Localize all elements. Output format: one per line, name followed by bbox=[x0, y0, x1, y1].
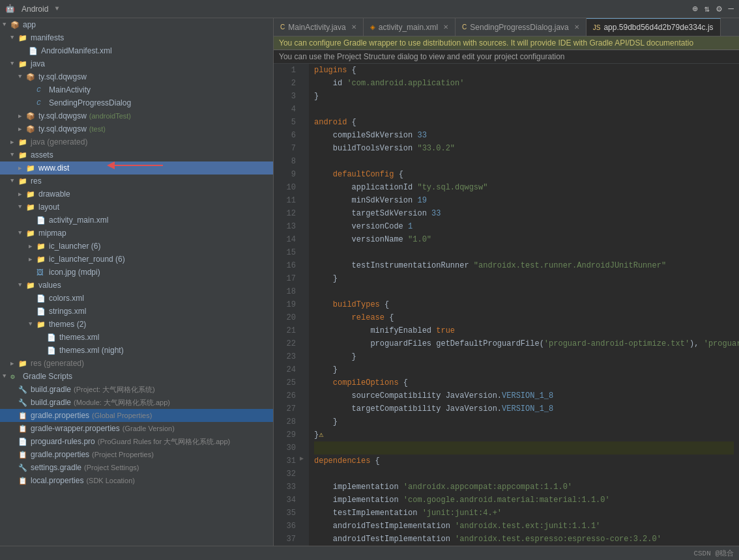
expand-icon-drawable[interactable]: ▶ bbox=[18, 191, 26, 198]
tree-item-gradle-scripts[interactable]: ▼ ⚙ Gradle Scripts bbox=[0, 370, 273, 383]
tree-label-res-generated: res (generated) bbox=[31, 359, 84, 368]
tree-item-androidtest[interactable]: ▶ 📦 ty.sql.dqwgsw (androidTest) bbox=[0, 109, 273, 122]
tree-label-proguard-suffix: (ProGuard Rules for 大气网格化系统.app) bbox=[98, 437, 231, 447]
tree-item-assets[interactable]: ▼ 📁 assets bbox=[0, 148, 273, 161]
tree-item-build-gradle-module[interactable]: 🔧 build.gradle (Module: 大气网格化系统.app) bbox=[0, 396, 273, 409]
code-line-21: minifyEnabled true bbox=[314, 324, 734, 337]
tree-item-wwwdist[interactable]: ▶ 📁 www.dist bbox=[0, 161, 273, 175]
tab-mainactivity[interactable]: C MainActivity.java ✕ bbox=[274, 18, 364, 36]
expand-icon-ic-launcher[interactable]: ▶ bbox=[29, 243, 36, 250]
tree-item-java[interactable]: ▼ 📁 java bbox=[0, 57, 273, 70]
tree-item-res-generated[interactable]: ▶ 📁 res (generated) bbox=[0, 357, 273, 370]
tree-item-local-properties[interactable]: 📋 local.properties (SDK Location) bbox=[0, 474, 273, 487]
tab-activity-main-xml[interactable]: ◈ activity_main.xml ✕ bbox=[364, 18, 456, 36]
tree-item-app[interactable]: ▼ 📦 app bbox=[0, 18, 273, 31]
sync-icon[interactable]: ⇅ bbox=[704, 3, 710, 14]
expand-icon-gradle-scripts[interactable]: ▼ bbox=[3, 373, 10, 380]
xml-icon-themes: 📄 bbox=[47, 333, 57, 342]
tree-label-test-suffix: (test) bbox=[89, 125, 106, 133]
expand-icon-themes[interactable]: ▼ bbox=[29, 321, 36, 328]
tree-item-activity-main-xml[interactable]: 📄 activity_main.xml bbox=[0, 214, 273, 227]
folder-icon-manifests: 📁 bbox=[18, 34, 29, 42]
package-icon-test: 📦 bbox=[26, 125, 36, 133]
tab-icon-activity-xml: ◈ bbox=[370, 23, 375, 31]
tree-item-drawable[interactable]: ▶ 📁 drawable bbox=[0, 188, 273, 201]
tree-item-themes-xml-night[interactable]: 📄 themes.xml (night) bbox=[0, 344, 273, 357]
tree-item-layout[interactable]: ▼ 📁 layout bbox=[0, 201, 273, 214]
line-num-37: 37 bbox=[278, 533, 296, 546]
expand-icon-ic-launcher-round[interactable]: ▶ bbox=[29, 256, 36, 263]
tree-item-ic-launcher-round[interactable]: ▶ 📁 ic_launcher_round (6) bbox=[0, 253, 273, 266]
info-bar-gradle-text: You can configure Gradle wrapper to use … bbox=[279, 38, 693, 48]
tree-label-wwwdist: www.dist bbox=[38, 163, 69, 173]
line-num-21: 21 bbox=[278, 324, 296, 337]
tree-item-test[interactable]: ▶ 📦 ty.sql.dqwgsw (test) bbox=[0, 122, 273, 135]
tree-item-gradle-props-project[interactable]: 📋 gradle.properties (Project Properties) bbox=[0, 448, 273, 461]
expand-icon-app[interactable]: ▼ bbox=[3, 21, 10, 28]
tab-close-sendingdialog[interactable]: ✕ bbox=[574, 23, 579, 31]
tree-item-package-main[interactable]: ▼ 📦 ty.sql.dqwgsw bbox=[0, 70, 273, 83]
expand-icon-test[interactable]: ▶ bbox=[18, 126, 26, 133]
tree-label-manifests: manifests bbox=[31, 33, 64, 42]
code-gutter: ▶ bbox=[300, 64, 309, 546]
code-line-20: release { bbox=[314, 311, 734, 324]
tree-item-mainactivity[interactable]: C MainActivity bbox=[0, 83, 273, 96]
tree-item-themes-folder[interactable]: ▼ 📁 themes (2) bbox=[0, 318, 273, 331]
tree-label-build-gradle-project-suffix: (Project: 大气网格化系统) bbox=[74, 385, 155, 395]
tree-label-mainactivity: MainActivity bbox=[49, 85, 91, 94]
tree-item-themes-xml[interactable]: 📄 themes.xml bbox=[0, 331, 273, 344]
code-line-14: versionName "1.0" bbox=[314, 233, 734, 246]
tree-label-gradle-props-global: gradle.properties bbox=[31, 411, 89, 420]
code-editor[interactable]: 1 2 3 4 5 6 7 8 9 10 11 12 13 14 15 16 1… bbox=[274, 64, 739, 546]
expand-icon-assets[interactable]: ▼ bbox=[10, 152, 18, 158]
tab-close-activity-xml[interactable]: ✕ bbox=[443, 23, 448, 31]
tab-app-js[interactable]: JS app.59dbd56d4d2b79de334c.js bbox=[587, 18, 721, 36]
tree-item-gradle-props-global[interactable]: 📋 gradle.properties (Global Properties) bbox=[0, 409, 273, 422]
tree-label-local-properties: local.properties bbox=[31, 476, 83, 485]
tree-item-values[interactable]: ▼ 📁 values bbox=[0, 279, 273, 292]
expand-icon-layout[interactable]: ▼ bbox=[18, 204, 26, 210]
expand-icon-values[interactable]: ▼ bbox=[18, 282, 26, 288]
tree-item-sendingdialog[interactable]: C SendingProgressDialog bbox=[0, 96, 273, 109]
tree-item-build-gradle-project[interactable]: 🔧 build.gradle (Project: 大气网格化系统) bbox=[0, 383, 273, 396]
fold-indicator-31[interactable]: ▶ bbox=[300, 455, 304, 462]
expand-icon-res-generated[interactable]: ▶ bbox=[10, 360, 18, 367]
expand-icon-package-main[interactable]: ▼ bbox=[18, 74, 26, 80]
tree-item-androidmanifest[interactable]: 📄 AndroidManifest.xml bbox=[0, 44, 273, 57]
tree-item-java-generated[interactable]: ▶ 📁 java (generated) bbox=[0, 135, 273, 148]
top-bar: 🤖 Android ▼ ⊕ ⇅ ⚙ — bbox=[0, 0, 739, 18]
code-content[interactable]: plugins { id 'com.android.application' }… bbox=[309, 64, 739, 546]
xml-icon-colors: 📄 bbox=[36, 294, 47, 303]
tree-item-gradle-wrapper-props[interactable]: 📋 gradle-wrapper.properties (Gradle Vers… bbox=[0, 422, 273, 435]
line-num-26: 26 bbox=[278, 389, 296, 402]
expand-icon-java[interactable]: ▼ bbox=[10, 61, 18, 67]
expand-icon-java-generated[interactable]: ▶ bbox=[10, 139, 18, 146]
tree-item-settings-gradle[interactable]: 🔧 settings.gradle (Project Settings) bbox=[0, 461, 273, 474]
code-line-11: minSdkVersion 19 bbox=[314, 194, 734, 207]
tab-close-mainactivity[interactable]: ✕ bbox=[351, 23, 356, 31]
line-num-11: 11 bbox=[278, 194, 296, 207]
tree-item-res[interactable]: ▼ 📁 res bbox=[0, 175, 273, 188]
tree-item-icon-jpg[interactable]: 🖼 icon.jpg (mdpi) bbox=[0, 266, 273, 279]
expand-icon-res[interactable]: ▼ bbox=[10, 178, 18, 184]
expand-icon-androidtest[interactable]: ▶ bbox=[18, 113, 26, 120]
tree-item-strings-xml[interactable]: 📄 strings.xml bbox=[0, 305, 273, 318]
expand-icon-manifests[interactable]: ▼ bbox=[10, 35, 18, 41]
folder-icon-java: 📁 bbox=[18, 60, 29, 68]
tree-item-mipmap[interactable]: ▼ 📁 mipmap bbox=[0, 227, 273, 240]
settings-icon[interactable]: ⚙ bbox=[716, 3, 721, 14]
tab-icon-app-js: JS bbox=[593, 24, 601, 31]
tree-item-proguard[interactable]: 📄 proguard-rules.pro (ProGuard Rules for… bbox=[0, 435, 273, 448]
folder-icon-wwwdist: 📁 bbox=[26, 164, 36, 173]
expand-icon-wwwdist[interactable]: ▶ bbox=[18, 165, 26, 172]
tree-item-ic-launcher[interactable]: ▶ 📁 ic_launcher (6) bbox=[0, 240, 273, 253]
expand-icon-mipmap[interactable]: ▼ bbox=[18, 230, 26, 236]
folder-icon-java-generated: 📁 bbox=[18, 138, 29, 147]
tree-item-colors-xml[interactable]: 📄 colors.xml bbox=[0, 292, 273, 305]
code-line-16: testInstrumentationRunner "androidx.test… bbox=[314, 259, 734, 272]
tree-item-manifests[interactable]: ▼ 📁 manifests bbox=[0, 31, 273, 44]
tab-sendingdialog[interactable]: C SendingProgressDialog.java ✕ bbox=[456, 18, 587, 36]
add-icon[interactable]: ⊕ bbox=[692, 3, 697, 14]
minimize-icon[interactable]: — bbox=[729, 3, 734, 14]
dropdown-arrow-icon[interactable]: ▼ bbox=[55, 5, 59, 12]
